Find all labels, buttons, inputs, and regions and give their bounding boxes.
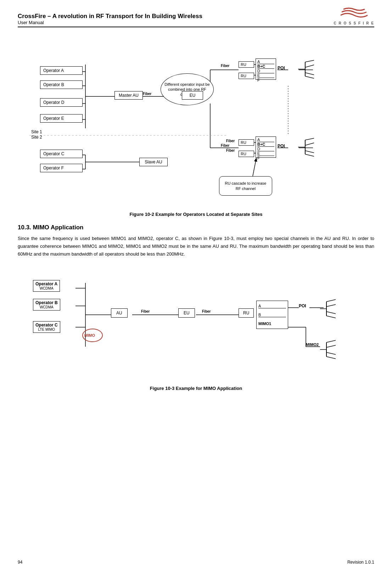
- poi-label-d2: POI: [299, 303, 306, 308]
- operator-b-box: Operator B: [40, 80, 83, 89]
- logo-text: C R O S S F I R E: [334, 21, 374, 25]
- fiber-label-lower-1: Fiber: [226, 139, 235, 143]
- page: CrossFire – A revolution in RF Transport…: [0, 0, 392, 570]
- body-text: Since the same frequency is used between…: [18, 235, 374, 258]
- diagram2-svg: [29, 265, 363, 382]
- figure2-container: Operator A WCDMA Operator B WCDMA Operat…: [18, 265, 374, 391]
- svg-line-58: [326, 304, 336, 307]
- antenna-d2-lower: [320, 340, 338, 359]
- poi-label-upper: POI: [278, 66, 285, 71]
- header: CrossFire – A revolution in RF Transport…: [18, 6, 374, 27]
- svg-line-32: [305, 65, 314, 67]
- section-heading: 10.3. MIMO Application: [18, 224, 374, 231]
- mimo2-label: MIMO2: [306, 342, 319, 347]
- svg-line-64: [326, 345, 336, 347]
- logo-icon: [340, 6, 368, 21]
- fiber-label-1: Fiber: [143, 92, 151, 96]
- svg-line-37: [305, 138, 314, 140]
- site1-label: Site 1: [31, 129, 42, 134]
- svg-line-33: [305, 73, 314, 75]
- ch-f-lower: F: [257, 156, 274, 160]
- antenna-d2-upper: [320, 299, 338, 318]
- ch-e-lower: E: [257, 151, 274, 156]
- ch-d-upper: D: [257, 69, 274, 73]
- ru-box-upper-1: RU: [239, 61, 254, 68]
- svg-line-31: [305, 60, 314, 62]
- svg-line-34: [305, 76, 314, 78]
- fiber-label-3: Fiber: [221, 144, 229, 147]
- header-left: CrossFire – A revolution in RF Transport…: [18, 13, 202, 25]
- svg-line-38: [305, 143, 314, 145]
- op-c-lte: Operator C LTE MIMO: [33, 321, 60, 333]
- callout-different-operator: Different operator input be combined int…: [161, 73, 214, 105]
- svg-line-40: [305, 154, 314, 156]
- ch-e-upper: E: [257, 73, 274, 78]
- svg-line-60: [326, 316, 336, 318]
- diagram2: Operator A WCDMA Operator B WCDMA Operat…: [29, 265, 363, 382]
- ch-box-upper: A B+C D E F: [256, 58, 276, 80]
- fiber-d2-1: Fiber: [141, 309, 150, 313]
- operator-a-box: Operator A: [40, 66, 83, 75]
- logo: C R O S S F I R E: [334, 6, 374, 25]
- ru-box-upper-2: RU: [239, 73, 254, 79]
- fiber-label-2: Fiber: [221, 64, 229, 68]
- svg-line-59: [326, 312, 336, 314]
- eu-box-d2: EU: [178, 308, 195, 318]
- operator-f-box: Operator F: [40, 164, 83, 172]
- master-au-box: Master AU: [114, 91, 143, 100]
- antenna-lower: [298, 136, 316, 158]
- svg-line-57: [326, 300, 336, 302]
- page-title: CrossFire – A revolution in RF Transport…: [18, 13, 202, 20]
- fiber-label-lower-2: Fiber: [226, 149, 235, 152]
- figure2-caption: Figure 10-3 Example for MIMO Application: [18, 386, 374, 391]
- ch-a-lower: A: [257, 138, 274, 142]
- page-subtitle: User Manual: [18, 20, 202, 25]
- op-b-wcdma: Operator B WCDMA: [33, 299, 60, 311]
- operator-d-box: Operator D: [40, 98, 83, 107]
- operator-c-box: Operator C: [40, 150, 83, 158]
- ch-bc-lower: B+C: [257, 142, 274, 147]
- footer-revision: Revision 1.0.1: [347, 560, 374, 565]
- ru-box-d2: RU: [239, 308, 254, 318]
- operator-e-box: Operator E: [40, 114, 83, 123]
- ru-box-lower-2: RU: [239, 151, 254, 157]
- slave-au-box: Slave AU: [139, 158, 168, 166]
- op-a-wcdma: Operator A WCDMA: [33, 280, 60, 292]
- ch-bc-upper: B+C: [257, 64, 274, 69]
- eu-box: EU: [182, 91, 203, 100]
- ch-a-upper: A: [257, 60, 274, 64]
- antenna-upper: [298, 58, 316, 80]
- au-box-d2: AU: [111, 308, 128, 318]
- figure1-caption: Figure 10-2 Example for Operators Locate…: [18, 212, 374, 217]
- ch-f-upper: F: [257, 78, 274, 82]
- ch-box-lower: A B+C D E F: [256, 136, 276, 158]
- svg-point-54: [83, 329, 102, 342]
- ru-box-lower-1: RU: [239, 139, 254, 146]
- diagram1: Different operator input be combined int…: [29, 34, 363, 208]
- callout-ru-cascade: RU cascade to increase RF channel: [219, 176, 272, 196]
- mimo-arc: [82, 328, 103, 342]
- site2-label: Site 2: [31, 135, 42, 140]
- svg-line-39: [305, 151, 314, 153]
- figure1-container: Different operator input be combined int…: [18, 34, 374, 217]
- ch-d-lower: D: [257, 147, 274, 151]
- fiber-d2-2: Fiber: [202, 309, 211, 313]
- ch-box-d2: A B MIMO1: [256, 301, 288, 329]
- footer-page: 94: [18, 560, 22, 565]
- svg-line-65: [326, 352, 336, 354]
- svg-line-63: [326, 340, 336, 342]
- poi-label-lower: POI: [278, 144, 285, 149]
- footer: 94 Revision 1.0.1: [18, 560, 374, 565]
- svg-line-66: [326, 357, 336, 359]
